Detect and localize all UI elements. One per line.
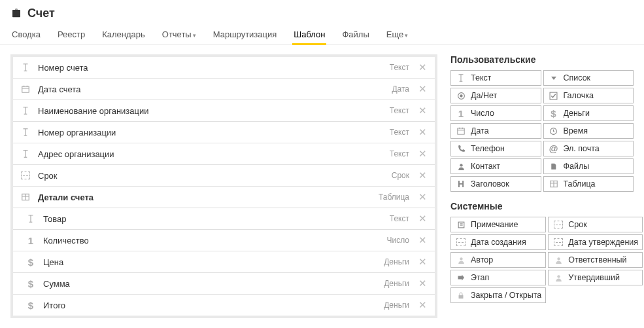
svg-point-40 xyxy=(460,257,462,260)
table-icon xyxy=(18,192,33,202)
palette-label: Этап xyxy=(471,273,489,282)
field-row[interactable]: Номер организацииТекст✕ xyxy=(13,122,435,143)
remove-icon[interactable]: ✕ xyxy=(416,126,430,138)
palette-item[interactable]: Телефон xyxy=(450,141,541,156)
palette-item[interactable]: Файлы xyxy=(543,158,634,174)
money-icon: $ xyxy=(24,300,38,311)
tab-1[interactable]: Реестр xyxy=(56,26,86,45)
remove-icon[interactable]: ✕ xyxy=(416,256,430,268)
field-row[interactable]: Детали счетаТаблица✕ xyxy=(13,187,435,208)
palette-label: Контакт xyxy=(471,162,500,171)
field-row[interactable]: Адрес организацииТекст✕ xyxy=(13,143,435,165)
tab-6[interactable]: Файлы xyxy=(341,26,370,45)
palette-item[interactable]: Таблица xyxy=(543,176,634,192)
remove-icon[interactable]: ✕ xyxy=(416,234,430,246)
dotted-icon xyxy=(552,238,564,246)
field-row[interactable]: 1КоличествоЧисло✕ xyxy=(13,230,435,251)
palette-label: Автор xyxy=(471,255,493,264)
field-type: Деньги xyxy=(384,279,409,288)
remove-icon[interactable]: ✕ xyxy=(416,170,430,181)
tab-label: Маршрутизация xyxy=(213,29,277,39)
text-icon xyxy=(24,214,38,223)
remove-icon[interactable]: ✕ xyxy=(416,213,430,225)
remove-icon[interactable]: ✕ xyxy=(416,105,430,117)
palette-item[interactable]: Галочка xyxy=(543,88,634,103)
page-title: Счет xyxy=(27,7,55,20)
text-icon xyxy=(18,63,33,72)
palette-label: Деньги xyxy=(564,109,590,118)
remove-icon[interactable]: ✕ xyxy=(416,148,430,160)
files-icon xyxy=(548,162,560,171)
remove-icon[interactable]: ✕ xyxy=(416,83,430,95)
palette-label: Примечание xyxy=(471,220,518,229)
palette-item[interactable]: @Эл. почта xyxy=(543,141,634,156)
field-row[interactable]: Номер счетаТекст✕ xyxy=(13,57,435,79)
field-label: Дата счета xyxy=(38,84,392,94)
palette-panel: Пользовательские ТекстСписокДа/НетГалочк… xyxy=(450,54,634,312)
calendar-icon xyxy=(18,84,33,94)
field-row[interactable]: $СуммаДеньги✕ xyxy=(13,273,435,295)
field-type: Текст xyxy=(390,63,409,72)
svg-point-33 xyxy=(460,164,462,166)
palette-item[interactable]: HЗаголовок xyxy=(450,176,541,192)
chevron-down-icon: ▾ xyxy=(193,32,196,39)
money-icon: $ xyxy=(24,257,38,268)
palette-label: Телефон xyxy=(471,144,505,153)
text-icon xyxy=(18,149,33,158)
palette-item[interactable]: Срок xyxy=(548,217,643,232)
palette-item[interactable]: Контакт xyxy=(450,158,541,174)
palette-item[interactable]: Текст xyxy=(450,70,541,86)
clock-icon xyxy=(548,127,560,136)
field-row[interactable]: Наименование организацииТекст✕ xyxy=(13,100,435,122)
field-type: Текст xyxy=(390,128,409,137)
text-icon xyxy=(18,128,33,137)
palette-item[interactable]: Этап xyxy=(450,270,546,285)
palette-item[interactable]: Время xyxy=(543,123,634,139)
palette-item[interactable]: Утвердивший xyxy=(548,270,643,285)
palette-item[interactable]: Примечание xyxy=(450,217,546,232)
palette-item[interactable]: $Деньги xyxy=(543,105,634,121)
field-row[interactable]: ТоварТекст✕ xyxy=(13,208,435,230)
tab-3[interactable]: Отчеты▾ xyxy=(161,26,197,45)
palette-label: Заголовок xyxy=(471,179,509,189)
field-row[interactable]: СрокСрок✕ xyxy=(13,165,435,187)
tab-4[interactable]: Маршрутизация xyxy=(212,26,279,45)
palette-user-grid: ТекстСписокДа/НетГалочка1Число$ДеньгиДат… xyxy=(450,70,634,192)
note-icon xyxy=(455,221,467,229)
remove-icon[interactable]: ✕ xyxy=(416,299,430,311)
number-icon: 1 xyxy=(24,235,38,246)
tab-2[interactable]: Календарь xyxy=(101,26,146,45)
remove-icon[interactable]: ✕ xyxy=(416,191,430,203)
remove-icon[interactable]: ✕ xyxy=(416,278,430,289)
palette-item[interactable]: Дата создания xyxy=(450,234,546,250)
palette-item[interactable]: Дата утверждения xyxy=(548,234,643,250)
palette-item[interactable]: Да/Нет xyxy=(450,88,541,103)
field-label: Номер организации xyxy=(38,128,390,137)
lock-icon xyxy=(455,291,467,300)
palette-label: Текст xyxy=(471,73,491,82)
palette-item[interactable]: Дата xyxy=(450,123,541,139)
tab-5[interactable]: Шаблон xyxy=(292,26,326,45)
palette-item[interactable]: Список xyxy=(543,70,634,86)
field-row[interactable]: Дата счетаДата✕ xyxy=(13,79,435,100)
dotted-icon xyxy=(455,238,467,246)
field-type: Текст xyxy=(390,149,409,158)
svg-point-42 xyxy=(557,275,560,278)
svg-point-26 xyxy=(460,94,462,97)
remove-icon[interactable]: ✕ xyxy=(416,62,430,73)
palette-item[interactable]: Автор xyxy=(450,252,546,268)
phone-icon xyxy=(455,145,467,153)
field-row[interactable]: $ИтогоДеньги✕ xyxy=(13,295,435,316)
palette-item[interactable]: Ответственный xyxy=(548,252,643,268)
palette-item[interactable]: 1Число xyxy=(450,105,541,121)
field-row[interactable]: $ЦенаДеньги✕ xyxy=(13,251,435,273)
palette-label: Срок xyxy=(568,220,586,229)
tab-0[interactable]: Сводка xyxy=(10,26,42,45)
field-type: Таблица xyxy=(379,192,409,202)
arrow-icon xyxy=(455,274,467,282)
person-g-icon xyxy=(455,256,467,264)
field-label: Детали счета xyxy=(38,192,379,202)
palette-item[interactable]: Закрыта / Открыта xyxy=(450,287,546,303)
tab-7[interactable]: Еще▾ xyxy=(385,26,409,45)
calendar-icon xyxy=(455,126,467,136)
